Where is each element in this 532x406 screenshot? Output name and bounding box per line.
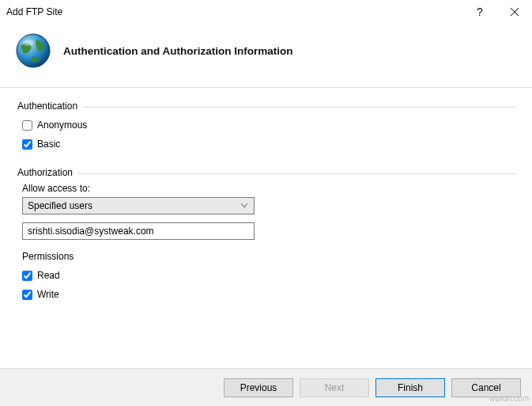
specified-users-input[interactable] — [22, 222, 255, 240]
next-button: Next — [300, 378, 369, 397]
basic-checkbox[interactable] — [22, 139, 32, 150]
page-heading: Authentication and Authorization Informa… — [63, 45, 292, 57]
close-button[interactable] — [497, 0, 532, 24]
basic-label[interactable]: Basic — [37, 138, 60, 150]
allow-access-select[interactable]: Specified users — [22, 197, 255, 214]
wizard-footer: Previous Next Finish Cancel — [0, 368, 532, 406]
authentication-group: Authentication Anonymous Basic — [17, 101, 516, 150]
allow-access-selected: Specified users — [28, 200, 92, 211]
title-bar: Add FTP Site ? — [0, 0, 532, 24]
anonymous-label[interactable]: Anonymous — [37, 120, 87, 131]
help-button[interactable]: ? — [462, 0, 497, 24]
close-icon — [511, 8, 519, 16]
anonymous-checkbox[interactable] — [22, 120, 32, 131]
read-checkbox[interactable] — [22, 271, 32, 281]
authentication-group-label: Authentication — [17, 101, 82, 112]
write-checkbox[interactable] — [22, 290, 32, 300]
svg-point-3 — [23, 40, 34, 46]
globe-icon — [14, 32, 52, 70]
watermark: wsxdn.com — [489, 394, 529, 403]
allow-access-label: Allow access to: — [22, 183, 516, 194]
wizard-header: Authentication and Authorization Informa… — [0, 24, 532, 88]
write-label[interactable]: Write — [37, 289, 59, 300]
authorization-group: Authorization Allow access to: Specified… — [17, 167, 516, 300]
permissions-label: Permissions — [22, 251, 516, 262]
previous-button[interactable]: Previous — [224, 378, 293, 397]
read-label[interactable]: Read — [37, 270, 60, 281]
authorization-group-label: Authorization — [17, 167, 77, 178]
window-title: Add FTP Site — [6, 6, 462, 17]
svg-point-2 — [17, 34, 50, 67]
chevron-down-icon — [238, 203, 251, 208]
finish-button[interactable]: Finish — [375, 378, 445, 397]
